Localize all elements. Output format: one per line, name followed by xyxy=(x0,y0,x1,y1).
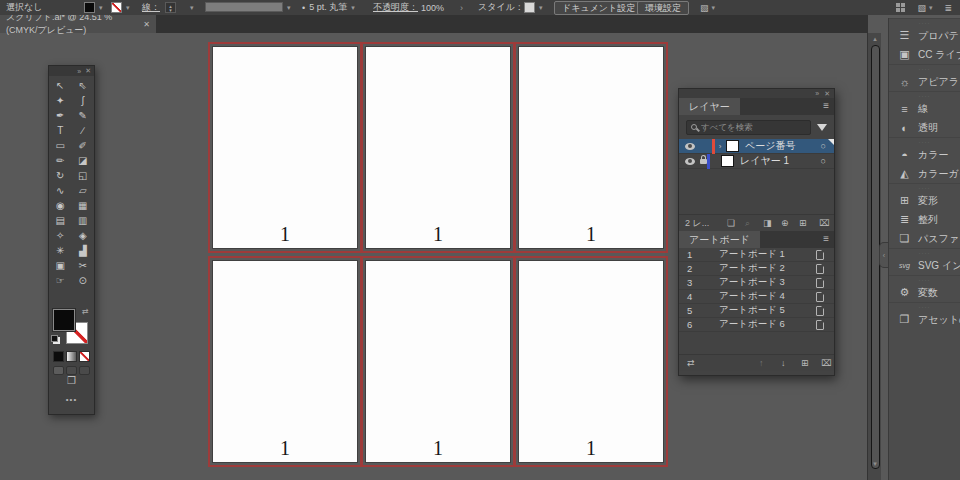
layer-row-layer-1[interactable]: レイヤー 1 ○ xyxy=(679,154,834,169)
move-down-icon[interactable]: ↓ xyxy=(781,358,786,368)
swap-fill-stroke-icon[interactable]: ⇄ xyxy=(82,307,89,316)
artboard-2[interactable]: 1 xyxy=(365,46,511,249)
close-panel-icon[interactable]: ✕ xyxy=(85,67,91,75)
dock-item-transform[interactable]: ⊞変形 xyxy=(889,191,960,210)
close-panel-icon[interactable]: ✕ xyxy=(824,90,830,98)
paintbrush-tool[interactable]: ✐ xyxy=(72,138,95,153)
stroke-weight-chevron-icon[interactable]: ▾ xyxy=(190,0,194,15)
gradient-button[interactable] xyxy=(66,351,77,362)
stroke-chevron-icon[interactable]: ▾ xyxy=(126,0,130,15)
artboard-list-item[interactable]: 2 アートボード 2 xyxy=(679,262,834,276)
fill-chevron-icon[interactable]: ▾ xyxy=(99,0,103,15)
artboard-tool[interactable]: ▣ xyxy=(49,258,72,273)
graphic-style-swatch[interactable] xyxy=(524,2,535,13)
draw-behind-mode-button[interactable] xyxy=(66,366,77,375)
visibility-eye-icon[interactable] xyxy=(685,143,695,150)
artboard-list-item[interactable]: 5 アートボード 5 xyxy=(679,304,834,318)
arrange-documents-icon[interactable] xyxy=(896,3,905,12)
stroke-weight-stepper[interactable]: ▴▾ xyxy=(165,2,176,13)
delete-artboard-icon[interactable]: ⌧ xyxy=(821,358,831,368)
collect-for-export-icon[interactable]: ❏ xyxy=(727,218,735,228)
dock-item-pathfinder[interactable]: ❏パスファイン... xyxy=(889,229,960,248)
document-setup-button[interactable]: ドキュメント設定 xyxy=(554,1,643,15)
slice-tool[interactable]: ✂ xyxy=(72,258,95,273)
width-profile-dropdown[interactable] xyxy=(205,2,283,12)
dock-item-align[interactable]: ≣整列 xyxy=(889,210,960,229)
free-transform-tool[interactable]: ▱ xyxy=(72,183,95,198)
make-clip-mask-icon[interactable]: ◨ xyxy=(763,218,772,228)
color-button[interactable] xyxy=(53,351,64,362)
brush-definition-dropdown[interactable]: • 5 pt. 丸筆 ▾ xyxy=(302,0,355,15)
symbol-sprayer-tool[interactable]: ✳ xyxy=(49,243,72,258)
opacity-value[interactable]: 100% xyxy=(421,0,444,15)
blend-tool[interactable]: ◈ xyxy=(72,228,95,243)
artboard-list-item[interactable]: 3 アートボード 3 xyxy=(679,276,834,290)
scroll-down-icon[interactable]: ▾ xyxy=(868,460,882,468)
line-segment-tool[interactable]: ∕ xyxy=(72,123,95,138)
page-icon[interactable] xyxy=(816,264,824,274)
document-tab[interactable]: スクリプト.ai* @ 24.51 % (CMYK/プレビュー) ✕ xyxy=(0,15,156,33)
artboard-4[interactable]: 1 xyxy=(212,260,358,463)
direct-selection-tool[interactable]: ⇖ xyxy=(72,78,95,93)
stroke-weight-label[interactable]: 線： xyxy=(142,0,160,15)
target-circle-icon[interactable]: ○ xyxy=(821,156,826,166)
visibility-eye-icon[interactable] xyxy=(685,158,695,165)
panel-group-grip[interactable]: ···· xyxy=(889,183,960,191)
fill-color-swatch[interactable] xyxy=(84,2,95,13)
pen-tool[interactable]: ✒ xyxy=(49,108,72,123)
artboard-list-item[interactable]: 1 アートボード 1 xyxy=(679,248,834,262)
lock-icon[interactable] xyxy=(700,159,707,164)
selection-tool[interactable]: ↖ xyxy=(49,78,72,93)
artboard-name[interactable]: アートボード 4 xyxy=(719,290,816,303)
artboard-name[interactable]: アートボード 3 xyxy=(719,276,816,289)
new-layer-icon[interactable]: ⊞ xyxy=(799,218,807,228)
fill-indicator[interactable] xyxy=(53,309,75,331)
tab-artboards[interactable]: アートボード xyxy=(679,231,760,248)
draw-inside-mode-button[interactable] xyxy=(79,366,90,375)
dock-item-svg-interactivity[interactable]: svgSVG インタ... xyxy=(889,256,960,275)
gradient-tool[interactable]: ▥ xyxy=(72,213,95,228)
panel-menu-icon[interactable]: ≡ xyxy=(823,233,829,244)
panel-group-grip[interactable]: ···· xyxy=(889,64,960,72)
perspective-grid-tool[interactable]: ▦ xyxy=(72,198,95,213)
preferences-button[interactable]: 環境設定 xyxy=(637,1,689,15)
panel-group-grip[interactable]: ···· xyxy=(889,137,960,145)
mesh-tool[interactable]: ▤ xyxy=(49,213,72,228)
artboard-5[interactable]: 1 xyxy=(365,260,511,463)
artboard-list-item[interactable]: 6 アートボード 6 xyxy=(679,318,834,332)
artboard-6[interactable]: 1 xyxy=(518,260,664,463)
shape-builder-tool[interactable]: ◉ xyxy=(49,198,72,213)
new-artboard-icon[interactable]: ⊞ xyxy=(801,358,809,368)
panel-menu-icon[interactable]: ≡ xyxy=(823,100,829,111)
collapse-panel-icon[interactable]: » xyxy=(815,90,819,97)
dock-item-transparency[interactable]: ◐透明 xyxy=(889,118,960,137)
rearrange-artboards-icon[interactable]: ⇄ xyxy=(687,358,695,368)
width-profile-chevron-icon[interactable]: ▾ xyxy=(287,0,291,15)
panel-group-grip[interactable]: ···· xyxy=(889,302,960,310)
dock-item-color[interactable]: ◓カラー xyxy=(889,145,960,164)
artboard-name[interactable]: アートボード 5 xyxy=(719,304,816,317)
artboard-3[interactable]: 1 xyxy=(518,46,664,249)
delete-layer-icon[interactable]: ⌧ xyxy=(819,218,829,228)
type-tool[interactable]: T xyxy=(49,123,72,138)
dock-collapse-handle[interactable]: ‹ xyxy=(879,242,888,268)
layer-row-page-number[interactable]: › ページ番号 ○ xyxy=(679,139,834,154)
dock-item-color-guide[interactable]: ◭カラーガイド xyxy=(889,164,960,183)
target-circle-icon[interactable]: ○ xyxy=(821,141,826,151)
lasso-tool[interactable]: ʃ xyxy=(72,93,95,108)
edit-toolbar-icon[interactable]: ••• xyxy=(49,395,94,404)
column-graph-tool[interactable]: ▟ xyxy=(72,243,95,258)
page-icon[interactable] xyxy=(816,250,824,260)
dock-item-cc-libraries[interactable]: ▣CC ライブラリ xyxy=(889,45,960,64)
rotate-tool[interactable]: ↻ xyxy=(49,168,72,183)
hand-tool[interactable]: ☞ xyxy=(49,273,72,288)
dock-item-asset-export[interactable]: ❐アセットの... xyxy=(889,310,960,329)
layers-search-box[interactable] xyxy=(686,120,811,135)
draw-normal-mode-button[interactable] xyxy=(53,366,64,375)
move-up-icon[interactable]: ↑ xyxy=(759,358,764,368)
width-tool[interactable]: ∿ xyxy=(49,183,72,198)
panel-group-grip[interactable]: ···· xyxy=(889,275,960,283)
none-button[interactable] xyxy=(79,351,90,362)
dock-item-variables[interactable]: ⚙変数 xyxy=(889,283,960,302)
close-tab-icon[interactable]: ✕ xyxy=(143,20,150,29)
